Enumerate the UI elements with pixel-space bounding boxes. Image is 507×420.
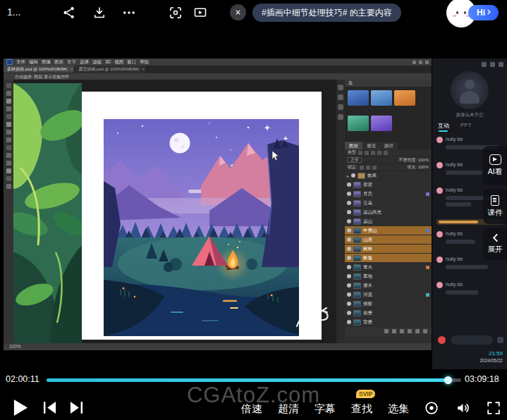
layer-row-selected[interactable]: 中景山	[345, 226, 432, 235]
ps-menu-item[interactable]: 帮助	[140, 58, 149, 66]
playback-speed-button[interactable]: 倍速	[241, 402, 262, 416]
collapsed-panel-icon[interactable]	[338, 114, 343, 120]
layer-row[interactable]: 远山高光	[345, 208, 432, 217]
library-thumbnail[interactable]	[394, 90, 415, 106]
screenshot-icon[interactable]	[169, 6, 183, 20]
ps-document-tab[interactable]: 森林插画.psd @ 100%(RGB/8#)	[4, 66, 75, 73]
search-button[interactable]: 查找	[351, 402, 372, 416]
ps-tool-icon[interactable]	[6, 106, 11, 111]
blend-mode-select[interactable]: 正常	[348, 157, 362, 163]
layer-row[interactable]: 月亮	[345, 190, 432, 199]
ps-menu-item[interactable]: 图层	[54, 58, 63, 66]
collapsed-panel-icon[interactable]	[338, 104, 343, 110]
assistant-hi-button[interactable]: Hi	[468, 5, 499, 20]
ps-tool-icon[interactable]	[6, 114, 11, 119]
ps-menu-item[interactable]: 3D	[105, 58, 111, 66]
previous-episode-button[interactable]	[42, 401, 58, 414]
ps-tool-icon[interactable]	[6, 83, 11, 88]
layer-row[interactable]: 云朵	[345, 199, 432, 208]
layer-row-selected[interactable]: 树林	[345, 245, 432, 254]
eye-icon[interactable]	[347, 247, 351, 251]
ps-menu-item[interactable]: 图像	[42, 58, 51, 66]
library-panel-title[interactable]: 库	[348, 80, 353, 87]
subtitles-button[interactable]: 字幕	[314, 402, 336, 416]
layer-row[interactable]: 前景	[345, 309, 432, 318]
ps-tool-icon[interactable]	[6, 176, 11, 181]
lock-icon[interactable]	[360, 166, 364, 170]
download-icon[interactable]	[92, 6, 106, 20]
lock-icon[interactable]	[372, 166, 377, 170]
layer-mask-icon[interactable]	[400, 329, 404, 333]
library-thumbnail[interactable]	[348, 90, 369, 106]
share-icon[interactable]	[62, 6, 76, 20]
ps-menu-item[interactable]: 文字	[67, 58, 76, 66]
collapsed-panel-icon[interactable]	[338, 94, 343, 100]
ps-tool-icon[interactable]	[6, 122, 11, 127]
layers-filter-row[interactable]: 类型	[345, 149, 432, 156]
ps-menu-item[interactable]: 视图	[114, 58, 123, 66]
ps-canvas[interactable]	[13, 80, 336, 343]
eye-icon[interactable]	[347, 311, 351, 315]
layer-row[interactable]: 草地	[345, 272, 432, 281]
layer-row[interactable]: 背景	[345, 318, 432, 327]
cast-icon[interactable]	[193, 6, 207, 20]
eye-icon[interactable]	[347, 237, 351, 242]
eye-icon[interactable]	[347, 192, 351, 196]
emoji-icon[interactable]	[497, 337, 503, 343]
ps-tool-icon[interactable]	[6, 91, 11, 96]
eye-icon[interactable]	[347, 292, 351, 297]
link-layers-icon[interactable]	[384, 329, 389, 333]
eye-icon[interactable]	[347, 201, 351, 205]
record-icon[interactable]	[424, 400, 439, 416]
more-icon[interactable]	[122, 6, 136, 20]
layer-row[interactable]: 远山	[345, 217, 432, 226]
expand-button[interactable]: 展开	[483, 228, 507, 260]
tab-layers[interactable]: 图层	[345, 142, 362, 149]
eye-icon[interactable]	[347, 283, 351, 288]
record-dot-icon[interactable]	[438, 336, 446, 344]
eye-icon[interactable]	[347, 274, 351, 278]
layer-row[interactable]: 效果	[345, 171, 432, 180]
settings-icon[interactable]	[490, 62, 495, 67]
eye-icon[interactable]	[347, 320, 351, 324]
eye-icon[interactable]	[347, 219, 351, 223]
tab-interaction[interactable]: 互动	[438, 122, 449, 130]
ps-tool-icon[interactable]	[6, 145, 11, 150]
layer-row[interactable]: 篝火	[345, 263, 432, 272]
fill-value[interactable]: 填充: 100%	[407, 164, 429, 171]
eye-icon[interactable]	[347, 265, 351, 269]
ps-tool-icon[interactable]	[6, 99, 11, 104]
courseware-button[interactable]: 课件	[483, 189, 507, 224]
tab-channels[interactable]: 通道	[362, 142, 380, 149]
eye-icon[interactable]	[347, 302, 351, 306]
ps-menu-item[interactable]: 选择	[80, 58, 89, 66]
close-button[interactable]	[230, 4, 246, 20]
adjustment-layer-icon[interactable]	[408, 329, 412, 333]
video-frame[interactable]: 文件 编辑 图像 图层 文字 选择 滤镜 3D 视图 窗口 帮助 森林插画.ps…	[0, 56, 507, 371]
ps-tool-icon[interactable]	[6, 161, 11, 166]
quality-button[interactable]: 超清	[278, 402, 299, 416]
episodes-button[interactable]: 选集	[388, 402, 409, 416]
ps-menu-item[interactable]: 文件	[16, 58, 25, 66]
ps-tool-icon[interactable]	[6, 137, 11, 142]
layer-row[interactable]: 星星	[345, 180, 432, 190]
chat-input[interactable]	[451, 335, 493, 345]
fullscreen-icon[interactable]	[486, 400, 501, 416]
layer-row-selected[interactable]: 帐篷	[345, 254, 432, 263]
eye-icon[interactable]	[347, 256, 351, 260]
next-episode-button[interactable]	[68, 401, 85, 414]
more-icon[interactable]	[499, 62, 503, 67]
eye-icon[interactable]	[347, 210, 351, 214]
ps-menu-item[interactable]: 编辑	[29, 58, 38, 66]
zoom-level[interactable]: 100%	[9, 344, 21, 349]
library-thumbnail[interactable]	[371, 90, 392, 106]
progress-bar[interactable]	[47, 378, 461, 382]
ps-document-tab[interactable]: 露营插画.psd @ 100%(RGB/8#)	[75, 66, 146, 73]
window-controls[interactable]	[413, 61, 429, 64]
lock-icon[interactable]	[366, 166, 370, 170]
ps-tool-icon[interactable]	[6, 130, 11, 135]
opacity-value[interactable]: 不透明度: 100%	[398, 157, 429, 163]
tab-paths[interactable]: 路径	[380, 142, 398, 149]
layer-effects-icon[interactable]	[392, 329, 396, 333]
topic-pill[interactable]: #插画中细节处理技巧# 的主要内容	[252, 4, 401, 22]
